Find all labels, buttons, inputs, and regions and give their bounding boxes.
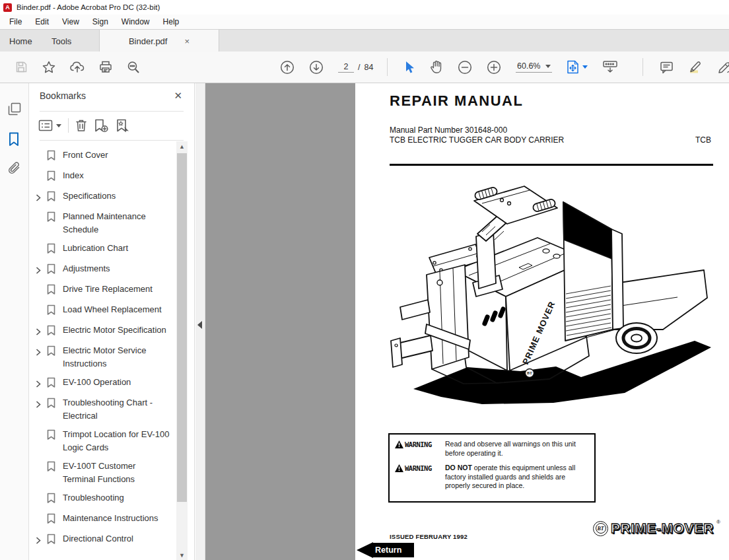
menu-file[interactable]: File xyxy=(3,17,28,26)
scroll-down-icon[interactable]: ▼ xyxy=(176,550,188,560)
bookmark-icon xyxy=(47,169,63,184)
return-label[interactable]: Return xyxy=(373,543,414,557)
chevron-right-icon[interactable] xyxy=(36,324,47,338)
sidebar-nav-strip xyxy=(0,83,29,560)
panel-collapse-handle[interactable] xyxy=(197,321,202,329)
tab-document[interactable]: Binder.pdf × xyxy=(99,30,219,52)
warning-triangle-icon xyxy=(395,440,403,448)
bookmarks-list: Front Cover Index Specifications xyxy=(36,146,178,550)
add-bookmark-icon[interactable] xyxy=(94,119,108,133)
return-link[interactable]: Return xyxy=(357,542,414,558)
chevron-right-icon[interactable] xyxy=(36,344,47,359)
attachments-icon[interactable] xyxy=(7,161,22,176)
chevron-right-icon[interactable] xyxy=(36,190,47,204)
fit-dropdown-caret-icon[interactable] xyxy=(582,65,588,69)
tab-close-icon[interactable]: × xyxy=(184,37,190,46)
menu-edit[interactable]: Edit xyxy=(28,17,55,26)
tugger-illustration: PRIME MOVER BT xyxy=(390,171,729,430)
bookmark-item[interactable]: Drive Tire Replacement xyxy=(36,280,178,300)
chevron-right-icon[interactable] xyxy=(36,532,47,547)
bookmark-item[interactable]: Specifications xyxy=(36,187,178,207)
manual-part-number: Manual Part Number 301648-000 xyxy=(390,125,711,135)
zoom-dropdown-caret-icon[interactable] xyxy=(545,65,551,68)
acrobat-logo-icon: A xyxy=(3,3,12,12)
fit-page-icon[interactable] xyxy=(567,60,579,74)
highlight-icon[interactable] xyxy=(688,60,703,74)
bookmark-label: Maintenance Instructions xyxy=(63,512,170,525)
pdf-page: REPAIR MANUAL Manual Part Number 301648-… xyxy=(355,83,729,560)
star-icon[interactable] xyxy=(42,61,55,74)
bookmark-item[interactable]: Front Cover xyxy=(36,146,178,166)
bookmark-item[interactable]: Adjustments xyxy=(36,260,178,280)
save-icon[interactable] xyxy=(15,61,28,73)
bookmark-item[interactable]: Lubrication Chart xyxy=(36,239,178,260)
bookmark-item[interactable]: Load Wheel Replacement xyxy=(36,300,178,321)
menu-help[interactable]: Help xyxy=(156,17,186,26)
hide-toolbar-icon[interactable] xyxy=(602,60,618,74)
main-toolbar: 2 / 84 60.6% xyxy=(0,52,729,83)
tab-strip: Home Tools Binder.pdf × xyxy=(0,29,729,52)
bookmark-label: Drive Tire Replacement xyxy=(63,283,170,296)
comment-icon[interactable] xyxy=(660,61,674,74)
bookmark-label: Adjustments xyxy=(63,262,170,275)
menu-sign[interactable]: Sign xyxy=(86,17,115,26)
bookmark-item[interactable]: Trimpot Location for EV-100 Logic Cards xyxy=(36,425,178,457)
bookmark-icon xyxy=(47,262,63,277)
print-icon[interactable] xyxy=(99,61,112,73)
warning-text: Read and observe all warnings on this un… xyxy=(445,440,588,458)
bookmark-item[interactable]: EV-100 Operation xyxy=(36,373,178,394)
share-cloud-icon[interactable] xyxy=(70,61,85,73)
previous-page-icon[interactable] xyxy=(280,60,295,75)
zoom-level-field[interactable]: 60.6% xyxy=(516,61,552,73)
page-thumbnails-icon[interactable] xyxy=(7,102,22,116)
tab-home[interactable]: Home xyxy=(9,30,32,52)
bookmark-item[interactable]: Directional Control xyxy=(36,530,178,550)
bookmarks-panel: Bookmarks ✕ Front Cover xyxy=(29,83,195,560)
window-title: Binder.pdf - Adobe Acrobat Pro DC (32-bi… xyxy=(17,3,160,11)
menu-view[interactable]: View xyxy=(55,17,86,26)
bookmark-icon xyxy=(47,491,63,507)
bookmark-icon xyxy=(47,532,63,547)
bookmark-item[interactable]: Planned Maintenance Schedule xyxy=(36,207,178,239)
bookmarks-scrollbar[interactable]: ▲ ▼ xyxy=(176,141,188,560)
page-number-input[interactable]: 2 xyxy=(338,62,354,73)
bookmarks-panel-title: Bookmarks xyxy=(40,90,86,101)
bookmark-icon xyxy=(47,344,63,359)
bookmark-item[interactable]: Electric Motor Service Instructions xyxy=(36,341,178,373)
scroll-up-icon[interactable]: ▲ xyxy=(176,141,188,151)
panel-toolbar-divider xyxy=(68,118,69,133)
sign-pen-icon[interactable] xyxy=(717,61,729,74)
bookmarks-close-icon[interactable]: ✕ xyxy=(174,90,182,100)
delete-bookmark-icon[interactable] xyxy=(75,119,87,132)
bookmark-item[interactable]: Troubleshooting Chart - Electrical xyxy=(36,394,178,425)
bookmark-item[interactable]: Electric Motor Specification xyxy=(36,321,178,341)
bookmark-item[interactable]: Index xyxy=(36,166,178,187)
bookmark-icon xyxy=(47,242,63,257)
search-icon[interactable] xyxy=(127,61,140,74)
menu-window[interactable]: Window xyxy=(115,17,156,26)
bookmark-icon xyxy=(47,460,63,475)
chevron-right-icon[interactable] xyxy=(36,376,47,390)
bookmark-options-button[interactable] xyxy=(38,120,61,131)
fit-page-control[interactable] xyxy=(567,60,588,74)
chevron-right-icon[interactable] xyxy=(36,262,47,277)
bookmark-item[interactable]: Troubleshooting xyxy=(36,489,178,509)
bookmark-label: Troubleshooting xyxy=(63,491,170,505)
chevron-right-icon[interactable] xyxy=(36,396,47,411)
bookmark-label: Trimpot Location for EV-100 Logic Cards xyxy=(63,428,170,454)
zoom-in-icon[interactable] xyxy=(487,60,501,75)
bookmark-label: Planned Maintenance Schedule xyxy=(63,210,170,236)
zoom-out-icon[interactable] xyxy=(458,60,472,75)
bookmark-goto-icon[interactable] xyxy=(115,119,130,133)
bookmark-icon xyxy=(47,512,63,527)
bookmark-item[interactable]: EV-100T Customer Terminal Functions xyxy=(36,457,178,489)
bookmark-icon xyxy=(47,283,63,298)
bookmark-label: Load Wheel Replacement xyxy=(63,303,170,316)
bookmarks-panel-icon[interactable] xyxy=(7,131,20,147)
bookmark-item[interactable]: Maintenance Instructions xyxy=(36,509,178,530)
select-tool-icon[interactable] xyxy=(404,61,415,74)
scrollbar-thumb[interactable] xyxy=(177,153,187,502)
hand-tool-icon[interactable] xyxy=(430,60,443,74)
next-page-icon[interactable] xyxy=(309,60,324,75)
tab-tools[interactable]: Tools xyxy=(52,30,71,52)
